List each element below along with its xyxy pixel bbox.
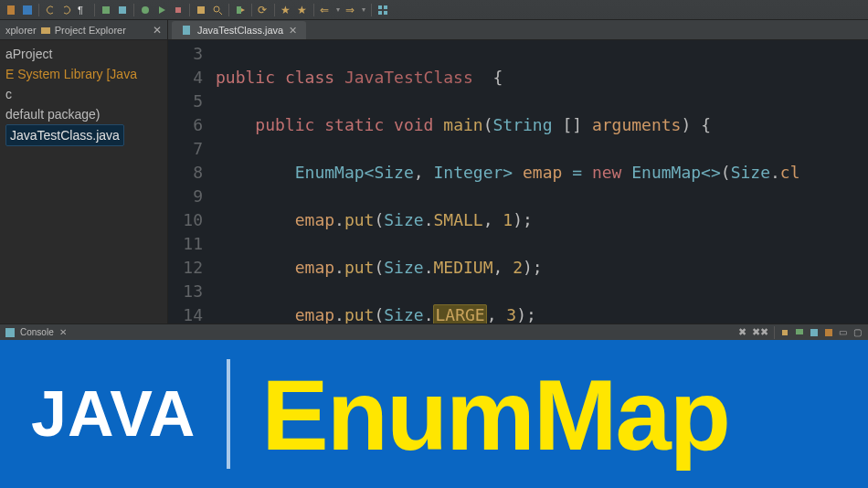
tree-item-project[interactable]: aProject <box>4 44 167 64</box>
close-icon[interactable]: ✕ <box>153 24 162 37</box>
package-icon[interactable] <box>196 5 206 16</box>
star-right-icon[interactable]: ★ <box>297 5 308 16</box>
code-content[interactable]: public class JavaTestClass { public stat… <box>212 40 868 324</box>
svg-rect-15 <box>384 11 387 15</box>
close-icon[interactable]: ✕ <box>289 25 297 37</box>
close-icon[interactable]: ✕ <box>59 327 67 337</box>
perspective-icon[interactable] <box>377 5 388 16</box>
project-explorer-header: xplorer Project Explorer ✕ <box>0 20 167 40</box>
line-number: 3 <box>172 42 203 66</box>
redo-icon[interactable] <box>61 5 72 16</box>
file-icon[interactable] <box>5 5 16 16</box>
code-line: public class JavaTestClass { <box>216 66 868 90</box>
minimize-icon[interactable]: ▭ <box>839 328 848 337</box>
remove-all-icon[interactable]: ✖✖ <box>752 326 768 338</box>
line-number: 11 <box>172 232 203 256</box>
run-icon[interactable] <box>156 5 167 16</box>
explorer-header-label: xplorer <box>5 25 37 36</box>
code-line: emap.put(Size.SMALL, 1); <box>216 208 868 232</box>
toolbar-separator <box>251 4 252 16</box>
save-icon[interactable] <box>22 5 33 16</box>
code-line: public static void main(String [] argume… <box>216 113 868 137</box>
tree-item-label: E System Library [Java <box>5 67 137 81</box>
editor-tab-bar: JavaTestClass.java ✕ <box>168 20 868 40</box>
console-label[interactable]: Console <box>20 327 54 337</box>
pin-icon[interactable] <box>780 328 789 337</box>
toggle-icon[interactable] <box>810 328 819 337</box>
svg-rect-1 <box>23 5 32 15</box>
open-icon[interactable] <box>117 5 128 16</box>
toolbar-separator <box>94 4 95 16</box>
toolbar-separator <box>228 4 229 16</box>
svg-point-4 <box>142 6 149 14</box>
svg-rect-14 <box>378 11 382 15</box>
chevron-down-icon[interactable]: ▾ <box>336 5 340 14</box>
svg-rect-7 <box>197 6 205 14</box>
svg-rect-18 <box>5 328 15 337</box>
editor-area: JavaTestClass.java ✕ 3 4 5 6 7 8 9 10 11… <box>168 20 868 324</box>
tree-item-src[interactable]: c <box>4 84 167 104</box>
svg-rect-2 <box>102 6 110 14</box>
tree-item-package[interactable]: default package) <box>4 104 167 124</box>
svg-rect-13 <box>384 5 387 9</box>
search-icon[interactable] <box>212 5 223 16</box>
banner-enummap-label: EnumMap <box>261 356 729 472</box>
stop-icon[interactable] <box>173 5 184 16</box>
sync-icon[interactable]: ⟳ <box>258 5 269 16</box>
svg-rect-3 <box>119 6 126 14</box>
chevron-down-icon[interactable]: ▾ <box>362 5 365 14</box>
paragraph-icon[interactable]: ¶ <box>78 5 89 16</box>
code-line: emap.put(Size.MEDIUM, 2); <box>216 256 868 280</box>
toolbar-separator <box>313 4 314 16</box>
toolbar-separator <box>38 4 39 16</box>
svg-marker-11 <box>241 8 245 12</box>
star-left-icon[interactable]: ★ <box>281 5 291 16</box>
maximize-icon[interactable]: ▢ <box>853 328 863 337</box>
toolbar-separator <box>371 4 372 16</box>
editor-tab[interactable]: JavaTestClass.java ✕ <box>172 21 306 39</box>
title-banner: JAVA EnumMap <box>0 340 868 488</box>
tree-item-file[interactable]: JavaTestClass.java <box>4 124 167 146</box>
toolbar-separator <box>133 4 134 16</box>
debug-icon[interactable] <box>140 5 151 16</box>
svg-rect-6 <box>175 7 181 13</box>
svg-marker-5 <box>159 6 165 14</box>
project-explorer-panel: xplorer Project Explorer ✕ aProject E Sy… <box>0 20 168 324</box>
toolbar-separator <box>274 4 275 16</box>
line-number: 9 <box>172 185 203 208</box>
line-number: 4 <box>172 66 203 90</box>
line-number: 10 <box>172 208 203 232</box>
banner-java-label: JAVA <box>31 377 196 451</box>
svg-point-8 <box>214 6 219 12</box>
main-toolbar: ¶ ⟳ ★ ★ ⇐ ▾ ⇒ ▾ <box>0 0 868 20</box>
line-number: 12 <box>172 256 203 280</box>
svg-rect-19 <box>782 330 788 335</box>
code-editor[interactable]: 3 4 5 6 7 8 9 10 11 12 13 14 public clas… <box>168 40 868 324</box>
code-line: emap.put(Size.LARGE, 3); <box>216 303 868 324</box>
line-number: 7 <box>172 137 203 161</box>
svg-rect-20 <box>796 329 803 334</box>
line-number: 14 <box>172 303 203 324</box>
tree-item-jre[interactable]: E System Library [Java <box>4 64 167 84</box>
line-gutter: 3 4 5 6 7 8 9 10 11 12 13 14 <box>168 40 212 324</box>
code-line: EnumMap<Size, Integer> emap = new EnumMa… <box>216 161 868 185</box>
toolbar-separator <box>774 326 775 339</box>
remove-icon[interactable]: ✖ <box>738 326 746 338</box>
editor-tab-label: JavaTestClass.java <box>197 25 283 36</box>
svg-rect-21 <box>810 329 818 336</box>
project-explorer-tab-label[interactable]: Project Explorer <box>55 25 126 36</box>
nav-fwd-icon[interactable]: ⇒ <box>345 5 356 16</box>
console-toolbar: ✖ ✖✖ ▭ ▢ <box>738 326 863 339</box>
new-icon[interactable] <box>101 5 111 16</box>
svg-line-9 <box>219 12 222 15</box>
tree-item-label: JavaTestClass.java <box>5 124 124 146</box>
line-number: 5 <box>172 90 203 113</box>
nav-back-icon[interactable]: ⇐ <box>320 5 331 16</box>
exit-icon[interactable] <box>235 5 246 16</box>
java-file-icon <box>181 25 192 36</box>
undo-icon[interactable] <box>45 5 56 16</box>
new-console-icon[interactable] <box>824 328 833 337</box>
svg-rect-12 <box>378 5 382 9</box>
display-icon[interactable] <box>795 328 804 337</box>
console-icon <box>5 328 15 337</box>
